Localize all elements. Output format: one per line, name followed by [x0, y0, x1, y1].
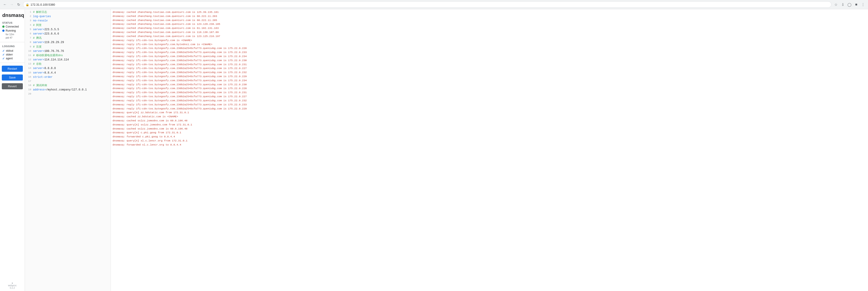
- log-entry: dnsmasq: cached zhanzhang.toutiao.com.qu…: [113, 34, 866, 38]
- save-button[interactable]: Save: [2, 74, 23, 80]
- editor-line: 11# 移动联通电信通用dns: [25, 53, 111, 58]
- log-entry: dnsmasq: reply 1f1-cdn-tos.bytegoofy.com…: [113, 78, 866, 82]
- editor-line: 15server=8.8.4.4: [25, 71, 111, 75]
- log-entry: dnsmasq: reply 1f1-cdn-tos.bytegoofy.com…: [113, 63, 866, 67]
- editor-line: 2log-queries: [25, 14, 111, 19]
- line-content: log-queries: [33, 14, 110, 19]
- back-button[interactable]: ←: [2, 1, 8, 8]
- log-entry: dnsmasq: query[A] c.pki.goog from 172.31…: [113, 131, 866, 135]
- editor-pane[interactable]: 1# 解析日志2log-queries3no-resolv4# 阿里5serve…: [25, 9, 111, 291]
- editor-line: 17: [25, 79, 111, 83]
- log-entry: dnsmasq: reply 1f1-cdn-tos.bytegoofy.com…: [113, 103, 866, 107]
- log-entry: dnsmasq: reply 1f1-cdn-tos.bytegoofy.com…: [113, 38, 866, 42]
- line-content: # 百度: [33, 45, 110, 49]
- logging-section-label: Logging: [0, 43, 25, 48]
- log-entry: dnsmasq: reply 1f1-cdn-tos.bytegoofy.com…: [113, 59, 866, 63]
- line-number: 9: [26, 45, 31, 49]
- editor-line: 14server=8.8.8.8: [25, 66, 111, 71]
- address-bar[interactable]: 🔒 172.31.0.100:5380: [23, 1, 831, 8]
- line-number: 12: [26, 58, 31, 62]
- line-number: 17: [26, 79, 31, 83]
- log-entry: dnsmasq: reply 1f1-cdn-tos.bytegoofy.com…: [113, 82, 866, 86]
- log-entry: dnsmasq: reply 1f1-cdn-tos.bytegoofy.com…: [113, 54, 866, 59]
- editor-line: 13# 谷歌: [25, 62, 111, 66]
- running-dot: [2, 30, 4, 32]
- log-entry: dnsmasq: cached zhanzhang.toutiao.com.qu…: [113, 26, 866, 30]
- line-number: 13: [26, 62, 31, 66]
- status-section-label: Status: [0, 20, 25, 25]
- reload-button[interactable]: ↻: [16, 1, 22, 8]
- editor-line: 6server=223.6.6.6: [25, 32, 111, 36]
- running-detail: for 12mpid 47: [0, 33, 25, 41]
- address-text: 172.31.0.100:5380: [31, 3, 829, 6]
- log-entry: dnsmasq: reply 1f1-cdn-tos.bytegoofy.com…: [113, 95, 866, 99]
- log-entry: dnsmasq: cached zhanzhang.toutiao.com.qu…: [113, 22, 866, 26]
- line-content: server=119.29.29.29: [33, 40, 110, 45]
- profile-button[interactable]: ◯: [846, 1, 852, 8]
- bookmark-button[interactable]: ☆: [833, 1, 839, 8]
- line-content: # 测试样例: [33, 83, 110, 88]
- log-entry: dnsmasq: reply 1f1-cdn-tos.bytegoofy.com…: [113, 70, 866, 74]
- line-number: 3: [26, 19, 31, 23]
- forward-button[interactable]: →: [8, 1, 15, 8]
- editor-line: 9# 百度: [25, 45, 111, 49]
- line-number: 19: [26, 88, 31, 92]
- line-content: # 阿里: [33, 23, 110, 28]
- line-number: 10: [26, 49, 31, 53]
- log-entry: dnsmasq: cached zhanzhang.toutiao.com.qu…: [113, 30, 866, 34]
- logging-section: ✓ stdout ✓ stderr ✓ agent: [0, 48, 25, 61]
- editor-line: 7# 腾讯: [25, 36, 111, 40]
- sidebar-footer: ● webproc 0.2.2: [0, 280, 25, 291]
- line-content: # 谷歌: [33, 62, 110, 66]
- extensions-button[interactable]: ■: [853, 1, 860, 8]
- downloads-button[interactable]: ⇩: [839, 1, 846, 8]
- log-entry: dnsmasq: reply 1f1-cdn-tos.bytegoofy.com…: [113, 90, 866, 95]
- log-entry: dnsmasq: cached zhanzhang.toutiao.com.qu…: [113, 10, 866, 14]
- footer-version: 0.2.2: [10, 287, 15, 289]
- app-body: dnsmasq Status Connected Running for 12m…: [0, 9, 868, 291]
- menu-button[interactable]: ⋮: [860, 1, 866, 8]
- log-entry: dnsmasq: reply 1f1-cdn-tos.bytegoofy.com…: [113, 66, 866, 70]
- line-content: # 解析日志: [33, 10, 110, 14]
- editor-line: 5server=223.5.5.5: [25, 28, 111, 32]
- check-icon-stderr: ✓: [2, 53, 5, 57]
- line-content: server=180.76.76.76: [33, 49, 110, 53]
- log-entry: dnsmasq: reply 1f1-cdn-tos.bytegoofy.com…: [113, 99, 866, 103]
- editor-line: 10server=180.76.76.76: [25, 49, 111, 53]
- log-entry: dnsmasq: cached zhanzhang.toutiao.com.qu…: [113, 14, 866, 18]
- line-content: [33, 92, 110, 96]
- line-content: no-resolv: [33, 19, 110, 23]
- check-icon-stdout: ✓: [2, 49, 5, 52]
- security-icon: 🔒: [26, 3, 29, 6]
- line-content: server=8.8.8.8: [33, 66, 110, 71]
- log-entry: dnsmasq: cached zhanzhang.toutiao.com.qu…: [113, 18, 866, 22]
- logging-stderr-label: stderr: [6, 53, 13, 56]
- connected-dot: [2, 26, 4, 28]
- app-title: dnsmasq: [0, 9, 25, 20]
- log-entry: dnsmasq: query[A] xl.c.lencr.org from 17…: [113, 139, 866, 143]
- logging-agent: ✓ agent: [2, 57, 22, 61]
- line-number: 2: [26, 14, 31, 19]
- log-entry: dnsmasq: forwarded xl.c.lencr.org to 8.8…: [113, 143, 866, 147]
- browser-toolbar: ← → ↻ 🔒 172.31.0.100:5380 ☆ ⇩ ◯ ■ ⋮: [0, 0, 868, 9]
- log-entry: dnsmasq: forwarded c.pki.goog to 8.8.4.4: [113, 135, 866, 139]
- log-entry: dnsmasq: reply 1f1-cdn-tos.bytegoofy.com…: [113, 107, 866, 111]
- restart-button[interactable]: Restart: [2, 66, 23, 72]
- connected-label: Connected: [6, 25, 19, 28]
- editor-line: 20: [25, 92, 111, 96]
- editor-line: 19address=/myhost.company/127.0.0.1: [25, 88, 111, 92]
- connected-status: Connected: [0, 25, 25, 29]
- line-number: 7: [26, 36, 31, 40]
- line-number: 8: [26, 40, 31, 45]
- log-entry: dnsmasq: reply 1f1-cdn-tos.bytegoofy.com…: [113, 86, 866, 90]
- line-content: address=/myhost.company/127.0.0.1: [33, 88, 110, 92]
- logging-stdout: ✓ stdout: [2, 49, 22, 53]
- running-label: Running: [6, 29, 16, 32]
- line-number: 6: [26, 32, 31, 36]
- line-number: 18: [26, 83, 31, 88]
- check-icon-agent: ✓: [2, 57, 5, 60]
- log-pane[interactable]: dnsmasq: cached zhanzhang.toutiao.com.qu…: [111, 9, 868, 291]
- line-number: 11: [26, 53, 31, 58]
- editor-line: 12server=114.114.114.114: [25, 58, 111, 62]
- revert-button[interactable]: Revert: [2, 83, 23, 89]
